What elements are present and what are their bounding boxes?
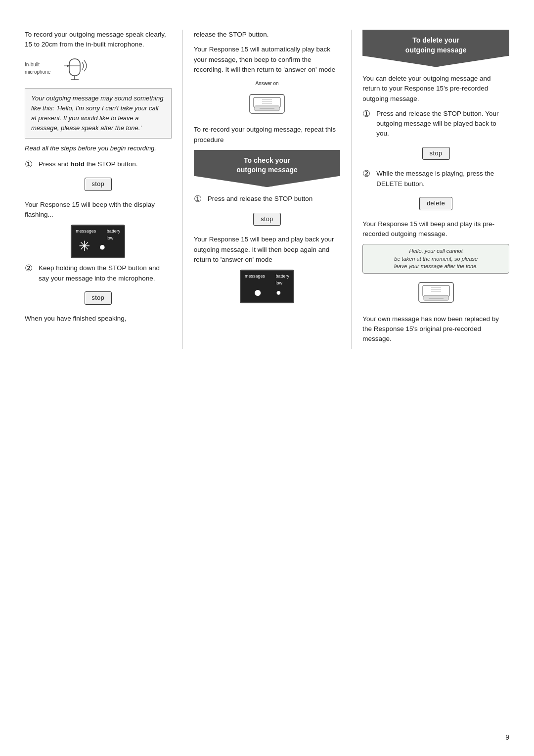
right-stop-button: stop xyxy=(422,147,450,160)
mid-stop-button: stop xyxy=(253,213,281,226)
right-stop-btn-container: stop xyxy=(362,144,509,164)
mid-step1: ① Press and release the STOP button xyxy=(194,194,341,205)
mic-label: In-builtmicrophone xyxy=(25,61,50,76)
right-step1: ① Press and release the STOP button. You… xyxy=(362,109,509,139)
phone-sketch-2 xyxy=(414,278,458,305)
delete-button: delete xyxy=(419,197,452,210)
step2-text: Keep holding down the STOP button and sa… xyxy=(39,263,172,284)
left-column: To record your outgoing message speak cl… xyxy=(20,30,180,329)
stop-btn-1-container: stop xyxy=(25,175,172,195)
stop-btn-2-container: stop xyxy=(25,288,172,309)
mid-stop-btn-container: stop xyxy=(194,210,341,230)
middle-column: release the STOP button. Your Response 1… xyxy=(185,30,350,308)
step2-num: ② xyxy=(25,263,36,274)
mid-step1-text: Press and release the STOP button xyxy=(208,194,341,204)
right-step2: ② While the message is playing, press th… xyxy=(362,169,509,189)
right-intro: You can delete your outgoing message and… xyxy=(362,74,509,104)
left-intro: To record your outgoing message speak cl… xyxy=(25,30,172,50)
mid-step1-num: ① xyxy=(194,194,205,205)
step2: ② Keep holding down the STOP button and … xyxy=(25,263,172,284)
right-para2: Your own message has now been replaced b… xyxy=(362,314,509,344)
right-column: To delete your outgoing message You can … xyxy=(354,30,514,349)
mic-area: In-builtmicrophone xyxy=(25,55,172,82)
right-step2-num: ② xyxy=(362,169,373,180)
check-message-heading: To check your outgoing message xyxy=(194,150,341,187)
display-labels: messages batterylow xyxy=(72,228,124,241)
messages-label: messages xyxy=(76,228,96,241)
speech-note: Hello, your call cannot be taken at the … xyxy=(362,244,509,274)
step1: ① Press and hold the STOP button. xyxy=(25,159,172,170)
phone-sketch-1 xyxy=(245,89,289,116)
display-widget-2: messages batterylow ● ● xyxy=(240,270,294,303)
right-step2-text: While the message is playing, press the … xyxy=(376,169,509,189)
mid-continued: release the STOP button. xyxy=(194,30,341,40)
delete-message-heading: To delete your outgoing message xyxy=(362,30,509,67)
svg-rect-15 xyxy=(424,295,448,300)
delete-btn-container: delete xyxy=(362,194,509,214)
step1-text: Press and hold the STOP button. xyxy=(39,159,172,169)
page-number: 9 xyxy=(505,733,509,741)
divider-2 xyxy=(351,30,352,349)
step1-num: ① xyxy=(25,159,36,170)
italic-box: Your outgoing message may sound somethin… xyxy=(25,88,172,139)
answer-on-area: Answer on xyxy=(194,80,341,119)
answer-on-label: Answer on xyxy=(194,80,341,87)
right-step1-text: Press and release the STOP button. Your … xyxy=(376,109,509,139)
mic-sketch xyxy=(54,55,94,82)
svg-rect-0 xyxy=(69,59,80,76)
step2-continued: When you have finished speaking, xyxy=(25,314,172,324)
display-labels-2: messages batterylow xyxy=(241,273,293,286)
svg-rect-14 xyxy=(423,285,449,296)
battery-label: batterylow xyxy=(107,228,121,241)
divider-1 xyxy=(182,30,183,349)
mid-para2: Your Response 15 will beep and play back… xyxy=(194,235,341,265)
right-step1-num: ① xyxy=(362,109,373,120)
stop-button-1: stop xyxy=(85,178,112,191)
page: To record your outgoing message speak cl… xyxy=(0,0,534,756)
display-dot-3: ● xyxy=(276,286,281,299)
phone-sketch-2-area xyxy=(362,278,509,308)
stop-button-2: stop xyxy=(85,291,112,305)
display-widget-1: messages batterylow ✳ ● xyxy=(71,225,125,258)
right-para1: Your Response 15 will beep and play its … xyxy=(362,219,509,239)
mid-para1: Your Response 15 will automatically play… xyxy=(194,45,341,75)
battery-label-2: batterylow xyxy=(275,273,289,286)
step1-continued: Your Response 15 will beep with the disp… xyxy=(25,200,172,220)
italic-note: Read all the steps before you begin reco… xyxy=(25,143,172,153)
messages-label-2: messages xyxy=(245,273,265,286)
re-record-text: To re-record your outgoing message, repe… xyxy=(194,125,341,145)
